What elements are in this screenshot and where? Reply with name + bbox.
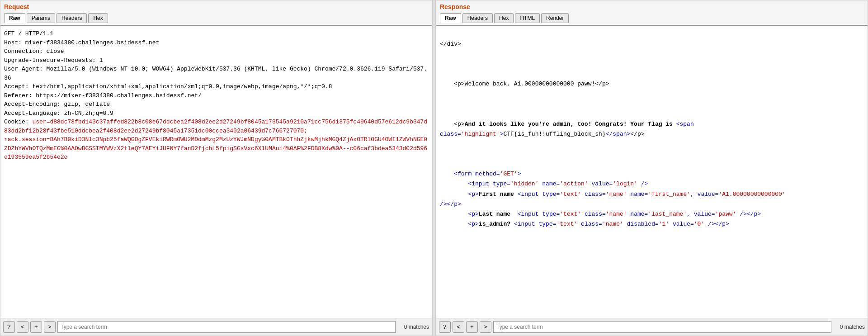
response-matches: 0 matches [833, 324, 865, 330]
response-text: </div> <p>Welcome back, A1.0000000000000… [440, 41, 786, 227]
response-tab-render[interactable]: Render [541, 13, 569, 23]
response-help-button[interactable]: ? [439, 321, 451, 333]
response-tab-headers[interactable]: Headers [462, 13, 493, 23]
request-text: GET / HTTP/1.1 Host: mixer-f3834380.chal… [4, 30, 427, 125]
request-tab-raw[interactable]: Raw [4, 13, 25, 23]
response-search-input[interactable] [493, 321, 831, 333]
response-tabs: Raw Headers Hex HTML Render [440, 13, 864, 23]
request-cookie-value: user=d88dc78fbd143c37affed822b8c08e67ddc… [4, 118, 427, 161]
request-title: Request [4, 3, 428, 10]
response-tab-raw[interactable]: Raw [440, 13, 461, 23]
request-matches: 0 matches [397, 324, 429, 330]
response-add-button[interactable]: + [466, 321, 478, 333]
response-title: Response [440, 3, 864, 10]
request-tab-hex[interactable]: Hex [88, 13, 108, 23]
response-content: </div> <p>Welcome back, A1.0000000000000… [436, 25, 868, 318]
request-content: GET / HTTP/1.1 Host: mixer-f3834380.chal… [0, 25, 432, 318]
response-tab-html[interactable]: HTML [515, 13, 540, 23]
request-header: Request Raw Params Headers Hex [0, 0, 432, 25]
request-add-button[interactable]: + [30, 321, 42, 333]
request-tab-headers[interactable]: Headers [57, 13, 87, 23]
request-tabs: Raw Params Headers Hex [4, 13, 428, 23]
response-tab-hex[interactable]: Hex [494, 13, 514, 23]
request-footer: ? < + > 0 matches [0, 318, 432, 336]
request-search-input[interactable] [57, 321, 396, 333]
request-tab-params[interactable]: Params [27, 13, 55, 23]
response-panel: Response Raw Headers Hex HTML Render </d… [436, 0, 868, 336]
request-help-button[interactable]: ? [3, 321, 15, 333]
response-next-button[interactable]: > [480, 321, 491, 333]
response-prev-button[interactable]: < [453, 321, 464, 333]
response-footer: ? < + > 0 matches [436, 318, 868, 336]
request-prev-button[interactable]: < [17, 321, 28, 333]
panel-divider [432, 0, 436, 336]
response-header: Response Raw Headers Hex HTML Render [436, 0, 868, 25]
request-panel: Request Raw Params Headers Hex GET / HTT… [0, 0, 432, 336]
request-next-button[interactable]: > [44, 321, 56, 333]
